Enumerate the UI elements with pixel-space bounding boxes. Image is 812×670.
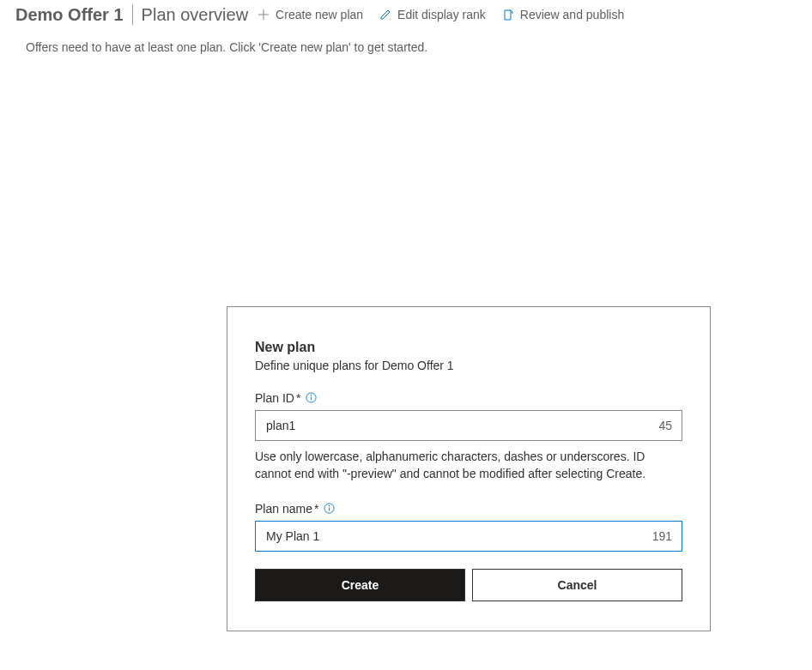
plan-name-label: Plan name * (255, 502, 682, 516)
pencil-icon (379, 8, 392, 21)
create-new-plan-label: Create new plan (276, 8, 363, 21)
create-button[interactable]: Create (255, 569, 465, 601)
page-header: Demo Offer 1 Plan overview Create new pl… (0, 0, 812, 32)
plan-id-helper: Use only lowercase, alphanumeric charact… (255, 448, 682, 483)
offer-name: Demo Offer 1 (15, 5, 132, 25)
new-plan-dialog: New plan Define unique plans for Demo Of… (227, 306, 711, 631)
plan-id-field: Plan ID * 45 Use only lowercase, alphanu… (255, 391, 682, 483)
create-new-plan-button[interactable]: Create new plan (257, 8, 363, 21)
toolbar: Create new plan Edit display rank Review… (257, 8, 624, 21)
plan-name-field: Plan name * 191 (255, 502, 682, 552)
dialog-title: New plan (255, 340, 682, 355)
instruction-text: Offers need to have at least one plan. C… (0, 32, 812, 63)
plan-name-label-text: Plan name (255, 502, 312, 516)
plan-id-label-text: Plan ID (255, 391, 294, 405)
publish-icon (501, 8, 515, 21)
edit-display-rank-label: Edit display rank (397, 8, 486, 21)
edit-display-rank-button[interactable]: Edit display rank (379, 8, 486, 21)
info-icon[interactable] (306, 392, 318, 404)
plan-id-input-wrap: 45 (255, 410, 682, 441)
dialog-button-row: Create Cancel (255, 569, 682, 601)
required-marker: * (296, 391, 300, 405)
page-title: Plan overview (142, 5, 249, 25)
plan-name-input[interactable] (255, 521, 682, 552)
info-icon[interactable] (324, 503, 336, 515)
plan-id-label: Plan ID * (255, 391, 682, 405)
review-and-publish-button[interactable]: Review and publish (501, 8, 624, 21)
required-marker: * (314, 502, 318, 516)
svg-point-1 (311, 395, 312, 395)
plan-id-input[interactable] (255, 410, 682, 441)
header-divider (132, 4, 133, 25)
review-and-publish-label: Review and publish (520, 8, 624, 21)
cancel-button[interactable]: Cancel (472, 569, 682, 601)
plus-icon (257, 8, 270, 21)
plan-id-char-count: 45 (658, 419, 672, 432)
svg-point-3 (329, 505, 330, 506)
plan-name-char-count: 191 (652, 529, 672, 543)
plan-name-input-wrap: 191 (255, 521, 682, 552)
dialog-subtitle: Define unique plans for Demo Offer 1 (255, 359, 682, 372)
